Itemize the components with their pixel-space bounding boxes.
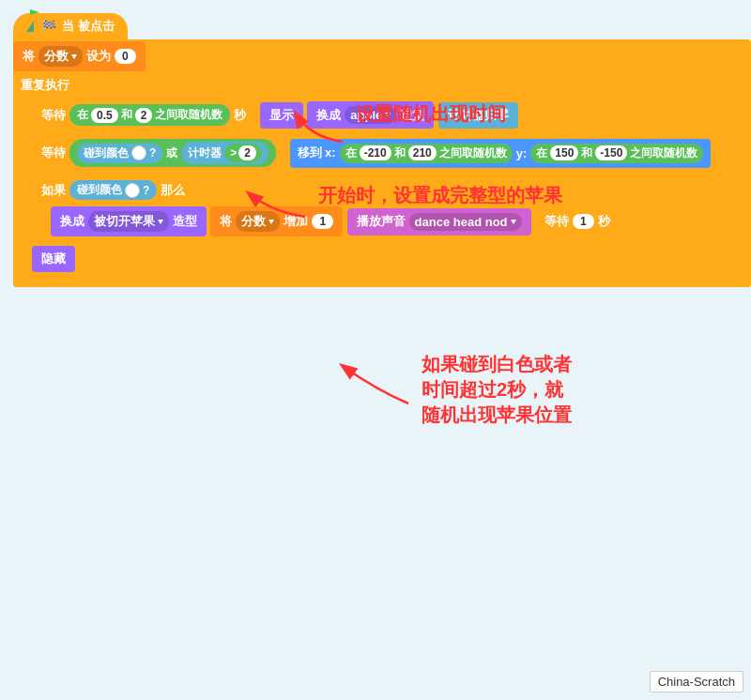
- annotation3-text: 如果碰到白色或者 时间超过2秒，就 随机出现苹果位置: [421, 352, 572, 428]
- hide-block: 隐藏: [32, 246, 75, 272]
- color-swatch2: [125, 183, 140, 198]
- hat-block: 🏁 当 被点击 将 分数 设为 0 重复执行: [13, 13, 751, 287]
- annotation-2: 开始时，设置成完整型的苹果: [244, 183, 562, 222]
- or-op: 碰到颜色 ? 或 计时器 > 2: [69, 139, 276, 167]
- annotation-3: 如果碰到白色或者 时间超过2秒，就 随机出现苹果位置: [338, 352, 572, 428]
- color-swatch1: [131, 145, 146, 160]
- random-op1: 在 0.5 和 2 之间取随机数: [69, 104, 230, 126]
- cut-apple-dropdown[interactable]: 被切开苹果: [88, 211, 169, 232]
- dropdown-arrow1: [71, 54, 77, 59]
- wait-condition-block: 等待 碰到颜色 ? 或 计时器: [32, 134, 285, 172]
- arrow1-svg: [291, 109, 347, 146]
- arrow2-svg: [244, 189, 310, 222]
- repeat-block: 将 分数 设为 0 重复执行 等待: [13, 39, 751, 287]
- flag-icon: [26, 21, 34, 32]
- timer-gt: 计时器 > 2: [181, 142, 268, 164]
- score-dropdown[interactable]: 分数: [38, 46, 83, 67]
- wait-block: 等待 在 0.5 和 2 之间取随机数 秒: [32, 99, 255, 130]
- annotation-1: 设置随机出现时间: [291, 101, 506, 146]
- watermark: China-Scratch: [650, 671, 743, 692]
- annotation2-text: 开始时，设置成完整型的苹果: [318, 183, 562, 208]
- repeat-label: 重复执行: [13, 73, 751, 98]
- script-stack: 🏁 当 被点击 将 分数 设为 0 重复执行: [13, 13, 751, 287]
- switch-cut-block: 换成 被切开苹果 造型: [51, 206, 207, 236]
- touch-color2: 碰到颜色 ?: [69, 180, 157, 200]
- touch-color1: 碰到颜色 ?: [77, 144, 162, 163]
- y-random: 在 150 和 -150 之间取随机数: [530, 144, 703, 163]
- dropdown-arrow3: [158, 220, 163, 224]
- score-val: 0: [115, 49, 136, 64]
- annotation1-text: 设置随机出现时间: [356, 101, 506, 127]
- hat-label: 当 被点击: [62, 18, 115, 35]
- scratch-canvas: 🏁 当 被点击 将 分数 设为 0 重复执行: [0, 0, 751, 700]
- arrow3-svg: [338, 361, 413, 408]
- flag-emoji: 🏁: [41, 20, 56, 34]
- set-score-block: 将 分数 设为 0: [13, 41, 146, 71]
